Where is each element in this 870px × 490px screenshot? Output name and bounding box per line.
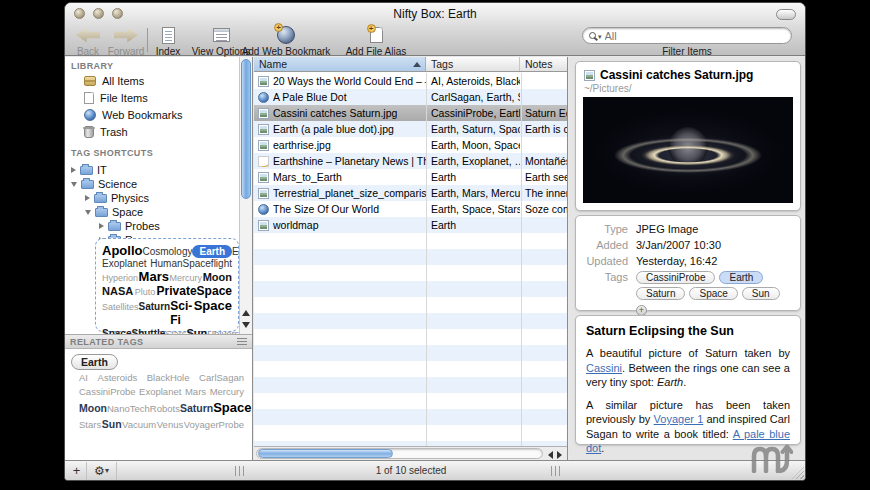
pane-resize-grip[interactable] — [551, 466, 562, 476]
sidebar-item-trash[interactable]: Trash — [65, 123, 252, 140]
tag-satellites[interactable]: Satellites — [102, 302, 139, 312]
tag-asteroids[interactable]: Asteroids — [98, 372, 138, 383]
toolbar-toggle-button[interactable] — [776, 9, 796, 20]
tag-blackhole[interactable]: BlackHole — [147, 372, 190, 383]
note-text: . — [683, 376, 686, 388]
tag-privatespace[interactable]: PrivateSpace — [157, 284, 232, 298]
voyager-1-link[interactable]: Voyager 1 — [654, 413, 704, 425]
tag-cassiniprobe[interactable]: CassiniProbe — [79, 386, 136, 397]
tag-space[interactable]: Space — [213, 400, 251, 415]
tag-hyperion[interactable]: Hyperion — [102, 273, 138, 283]
row-tags: Earth — [426, 217, 520, 233]
tag-saturn[interactable]: Saturn — [180, 402, 213, 414]
tag-carlsagan[interactable]: CarlSagan — [199, 372, 244, 383]
scroll-left-arrow-icon[interactable] — [548, 451, 553, 459]
list-column-headers: Name Tags Notes — [254, 57, 567, 72]
file-items-icon — [84, 92, 94, 104]
horizontal-scrollbar[interactable] — [254, 446, 567, 460]
tag-ai[interactable]: AI — [79, 372, 88, 383]
tag-humanspaceflight[interactable]: HumanSpaceflight — [150, 258, 232, 269]
tag-exoplanet[interactable]: Exoplanet — [139, 386, 181, 397]
tag-venus[interactable]: Venus — [157, 419, 183, 430]
filter-search-field[interactable]: ▾ — [582, 27, 792, 44]
tag-folder-physics[interactable]: Physics — [65, 191, 252, 205]
tag-mars[interactable]: Mars — [139, 269, 169, 284]
disclosure-collapsed-icon[interactable] — [99, 223, 104, 229]
tag-pill-space[interactable]: Space — [689, 287, 737, 300]
scrollbar-thumb[interactable] — [241, 59, 251, 199]
scroll-up-arrow-icon[interactable] — [242, 310, 250, 316]
tag-pill-cassiniprobe[interactable]: CassiniProbe — [636, 271, 715, 284]
tag-nasa[interactable]: NASA — [102, 285, 133, 297]
tag-vacuum[interactable]: Vacuum — [122, 419, 156, 430]
add-file-alias-button[interactable]: + Add File Alias — [337, 25, 415, 57]
folder-icon — [81, 180, 94, 189]
scrollbar-track[interactable] — [256, 448, 543, 459]
tag-pill-earth-selected[interactable]: Earth — [719, 271, 763, 284]
tag-saturn[interactable]: Saturn — [139, 301, 171, 312]
tag-apollo[interactable]: Apollo — [102, 243, 142, 258]
row-name: Cassini catches Saturn.jpg — [273, 105, 397, 121]
tag-folder-probes[interactable]: Probes — [65, 219, 252, 233]
add-item-button[interactable]: + — [67, 462, 87, 480]
forward-button[interactable]: Forward — [105, 25, 147, 57]
scroll-down-arrow-icon[interactable] — [242, 322, 250, 328]
back-label: Back — [77, 46, 99, 57]
scroll-right-arrow-icon[interactable] — [557, 451, 562, 459]
tag-pill-saturn[interactable]: Saturn — [636, 287, 685, 300]
disclosure-collapsed-icon[interactable] — [71, 167, 76, 173]
search-input[interactable] — [605, 30, 765, 42]
tag-stars[interactable]: Stars — [79, 419, 101, 430]
sidebar-item-all-items[interactable]: All Items — [65, 72, 252, 89]
back-button[interactable]: Back — [71, 25, 105, 57]
sidebar-item-file-items[interactable]: File Items — [65, 89, 252, 106]
folder-icon — [80, 166, 93, 175]
row-notes — [520, 137, 567, 153]
image-file-icon — [258, 220, 269, 231]
disclosure-collapsed-icon[interactable] — [85, 195, 90, 201]
related-selected-tag-pill[interactable]: Earth — [71, 354, 118, 370]
tag-robots[interactable]: Robots — [150, 403, 180, 414]
disclosure-expanded-icon[interactable] — [71, 182, 77, 187]
library-header: LIBRARY — [65, 60, 252, 72]
column-header-notes[interactable]: Notes — [520, 57, 567, 71]
tag-scifi[interactable]: Sci-Fi — [170, 299, 193, 327]
tag-exoplanet[interactable]: Exoplanet — [102, 258, 146, 269]
tag-mercury[interactable]: Mercury — [210, 386, 244, 397]
tag-voyagerprobe[interactable]: VoyagerProbe — [184, 419, 244, 430]
index-button[interactable]: Index — [151, 25, 185, 57]
scrollbar-thumb[interactable] — [258, 449, 393, 458]
tag-space[interactable]: Space — [194, 298, 232, 313]
sidebar-item-web-bookmarks[interactable]: Web Bookmarks — [65, 106, 252, 123]
notes-card: Saturn Eclipsing the Sun A beautiful pic… — [575, 315, 801, 445]
column-divider — [426, 73, 427, 446]
column-header-tags[interactable]: Tags — [426, 57, 520, 71]
row-notes — [520, 89, 567, 105]
sidebar-scrollbar[interactable] — [239, 57, 252, 334]
gear-icon: ⚙ — [94, 464, 105, 478]
row-tags: CarlSagan, Earth, S… — [426, 89, 520, 105]
pane-resize-grip[interactable] — [235, 466, 246, 476]
row-tags: AI, Asteroids, Black… — [426, 73, 520, 89]
related-tags-handle-icon[interactable] — [237, 338, 247, 345]
tag-moon[interactable]: Moon — [79, 402, 107, 414]
search-scope-chevron-icon[interactable]: ▾ — [598, 33, 602, 41]
tag-mercury[interactable]: Mercury — [170, 273, 203, 283]
tag-cosmology[interactable]: Cosmology — [142, 246, 192, 257]
tag-moon[interactable]: Moon — [203, 271, 232, 283]
tag-sun[interactable]: Sun — [102, 418, 122, 430]
tag-pill-sun[interactable]: Sun — [742, 287, 780, 300]
tag-nanotech[interactable]: NanoTech — [107, 403, 150, 414]
add-web-bookmark-button[interactable]: + Add Web Bookmark — [237, 25, 335, 57]
tag-pluto[interactable]: Pluto — [135, 287, 156, 297]
tag-earth-selected[interactable]: Earth — [192, 245, 232, 258]
tag-mars[interactable]: Mars — [185, 386, 206, 397]
saturn-photo-thumbnail[interactable] — [583, 97, 793, 203]
cassini-link[interactable]: Cassini — [586, 362, 622, 374]
column-header-name[interactable]: Name — [254, 57, 426, 71]
action-gear-button[interactable]: ⚙▾ — [87, 462, 117, 480]
tag-folder-space[interactable]: Space — [65, 205, 252, 219]
disclosure-expanded-icon[interactable] — [85, 210, 91, 215]
tag-folder-it[interactable]: IT — [65, 163, 252, 177]
tag-folder-science[interactable]: Science — [65, 177, 252, 191]
